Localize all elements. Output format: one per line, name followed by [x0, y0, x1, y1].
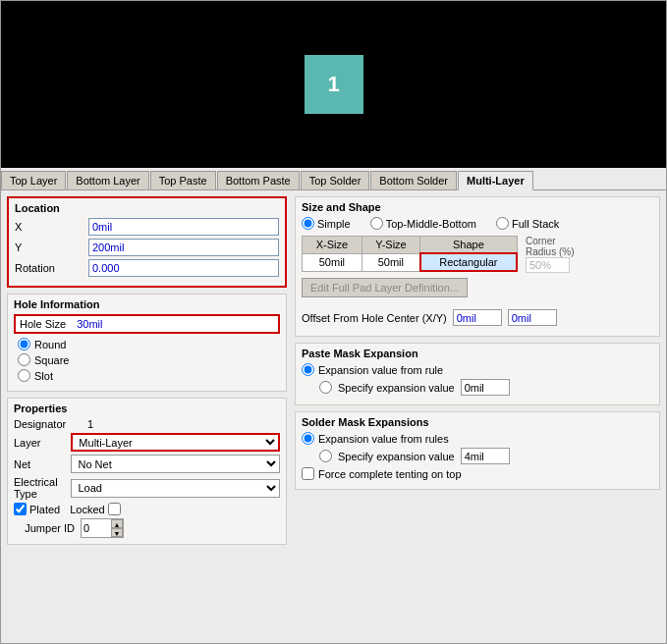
- full-pad-btn-wrap: Edit Full Pad Layer Definition...: [302, 278, 653, 303]
- jumper-row: Jumper ID ▲ ▼: [14, 518, 280, 538]
- xsize-value: 50mil: [303, 253, 362, 271]
- simple-label: Simple: [317, 218, 351, 230]
- designator-row: Designator 1: [14, 418, 280, 430]
- layer-row: Layer Multi-Layer Top Layer Bottom Layer: [14, 433, 280, 452]
- jumper-id-input[interactable]: [82, 521, 111, 535]
- y-input[interactable]: [88, 239, 279, 256]
- tab-top-solder[interactable]: Top Solder: [301, 171, 370, 189]
- shape-table-wrap: X-Size Y-Size Shape 50mil 50mil Rectangu…: [302, 236, 653, 278]
- paste-specify-radio[interactable]: [319, 381, 332, 394]
- square-radio[interactable]: [18, 353, 30, 366]
- full-stack-radio[interactable]: [496, 217, 509, 230]
- properties-section: Properties Designator 1 Layer Multi-Laye…: [7, 398, 287, 545]
- plated-checkbox[interactable]: [14, 503, 27, 515]
- layer-label: Layer: [14, 437, 71, 449]
- hole-size-input[interactable]: [77, 318, 274, 330]
- ysize-value: 50mil: [361, 253, 419, 271]
- layer-select[interactable]: Multi-Layer Top Layer Bottom Layer: [71, 433, 280, 452]
- elec-type-row: Electrical Type Load Source Passive: [14, 476, 280, 500]
- corner-radius-col: CornerRadius (%): [522, 236, 574, 273]
- shape-table: X-Size Y-Size Shape 50mil 50mil Rectangu…: [302, 236, 518, 272]
- tab-multi-layer[interactable]: Multi-Layer: [458, 171, 533, 190]
- spinner-down[interactable]: ▼: [111, 528, 123, 537]
- hole-size-box: Hole Size: [14, 314, 280, 334]
- offset-label: Offset From Hole Center (X/Y): [302, 312, 447, 324]
- right-panel: Size and Shape Simple Top-Middle-Bottom …: [295, 196, 660, 637]
- paste-from-rule-radio[interactable]: [302, 363, 314, 376]
- shape-value: Rectangular: [420, 253, 517, 271]
- spinner-up[interactable]: ▲: [111, 519, 123, 528]
- rotation-row: Rotation: [15, 259, 279, 277]
- shape-radio-line: Simple Top-Middle-Bottom Full Stack: [302, 217, 653, 230]
- solder-specify-input[interactable]: [461, 448, 510, 464]
- tabs-bar: Top Layer Bottom Layer Top Paste Bottom …: [1, 168, 666, 190]
- top-mid-bottom-radio[interactable]: [370, 217, 383, 230]
- paste-specify-input[interactable]: [461, 379, 510, 396]
- rotation-label: Rotation: [15, 262, 88, 274]
- preview-area: 1: [1, 1, 666, 168]
- tab-bottom-solder[interactable]: Bottom Solder: [370, 171, 457, 189]
- round-radio[interactable]: [18, 338, 30, 350]
- pad-preview: 1: [305, 55, 363, 114]
- solder-from-rule-radio[interactable]: [302, 432, 314, 445]
- hole-size-label: Hole Size: [20, 318, 77, 330]
- location-section: Location X Y Rotation: [7, 196, 287, 288]
- tab-top-paste[interactable]: Top Paste: [150, 171, 216, 189]
- paste-specify-label: Specify expansion value: [338, 382, 455, 394]
- force-tenting-row: Force complete tenting on top: [302, 467, 653, 480]
- paste-mask-title: Paste Mask Expansion: [302, 348, 653, 359]
- top-mid-bottom-label: Top-Middle-Bottom: [386, 218, 476, 230]
- x-row: X: [15, 218, 279, 236]
- properties-title: Properties: [14, 402, 280, 414]
- locked-checkbox[interactable]: [108, 503, 121, 515]
- corner-radius-input[interactable]: [526, 257, 570, 273]
- slot-label: Slot: [34, 370, 53, 382]
- force-tenting-checkbox[interactable]: [302, 467, 314, 480]
- full-pad-btn[interactable]: Edit Full Pad Layer Definition...: [302, 278, 468, 297]
- net-select[interactable]: No Net: [71, 455, 280, 473]
- offset-row: Offset From Hole Center (X/Y): [302, 309, 653, 326]
- tab-top-layer[interactable]: Top Layer: [1, 171, 66, 189]
- col-xsize: X-Size: [303, 237, 362, 254]
- solder-mask-section: Solder Mask Expansions Expansion value f…: [295, 411, 660, 490]
- designator-value: 1: [87, 418, 93, 430]
- hole-info-section: Hole Information Hole Size Round Square: [7, 294, 287, 392]
- col-shape: Shape: [420, 237, 517, 254]
- solder-from-rule-label: Expansion value from rules: [318, 433, 449, 445]
- corner-radius-label: CornerRadius (%): [526, 236, 574, 257]
- round-radio-row: Round: [14, 338, 280, 350]
- y-row: Y: [15, 239, 279, 256]
- round-label: Round: [34, 339, 66, 350]
- paste-from-rule-row: Expansion value from rule: [302, 363, 653, 376]
- plated-label: Plated: [14, 503, 60, 515]
- offset-y-input[interactable]: [508, 309, 557, 326]
- rotation-input[interactable]: [88, 259, 279, 277]
- offset-x-input[interactable]: [453, 309, 502, 326]
- paste-mask-section: Paste Mask Expansion Expansion value fro…: [295, 343, 660, 405]
- square-radio-row: Square: [14, 353, 280, 366]
- x-label: X: [15, 221, 88, 233]
- solder-specify-row: Specify expansion value: [302, 448, 653, 464]
- elec-type-label: Electrical Type: [14, 476, 71, 500]
- y-label: Y: [15, 242, 88, 253]
- jumper-id-label: Jumper ID: [14, 522, 75, 534]
- size-shape-section: Size and Shape Simple Top-Middle-Bottom …: [295, 196, 660, 337]
- simple-option: Simple: [302, 217, 351, 230]
- square-label: Square: [34, 354, 69, 366]
- spinner-buttons: ▲ ▼: [111, 519, 123, 537]
- slot-radio[interactable]: [18, 369, 30, 382]
- net-row: Net No Net: [14, 455, 280, 473]
- x-input[interactable]: [88, 218, 279, 236]
- hole-info-title: Hole Information: [14, 298, 280, 310]
- designator-label: Designator: [14, 418, 87, 430]
- simple-radio[interactable]: [302, 217, 314, 230]
- left-panel: Location X Y Rotation Hole Information: [7, 196, 287, 637]
- location-title: Location: [15, 202, 279, 214]
- pad-number: 1: [327, 72, 339, 97]
- tab-bottom-paste[interactable]: Bottom Paste: [217, 171, 300, 189]
- elec-type-select[interactable]: Load Source Passive: [71, 479, 280, 498]
- solder-specify-radio[interactable]: [319, 450, 332, 462]
- tab-bottom-layer[interactable]: Bottom Layer: [67, 171, 148, 189]
- top-mid-bottom-option: Top-Middle-Bottom: [370, 217, 476, 230]
- col-ysize: Y-Size: [361, 237, 419, 254]
